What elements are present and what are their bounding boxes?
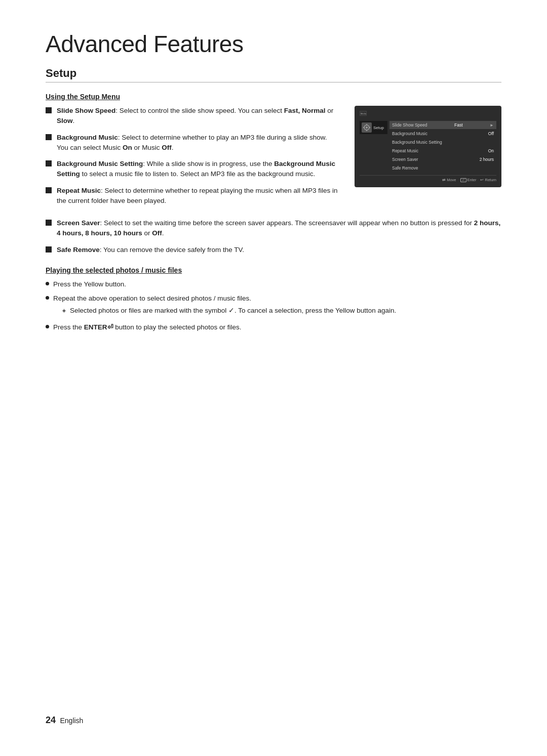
tv-row-label: Background Music Setting xyxy=(392,140,442,145)
page-footer: 24 English xyxy=(46,715,83,726)
tv-footer-enter: ⏎ Enter xyxy=(460,178,477,182)
tv-row-value: Fast xyxy=(454,122,463,128)
dot-bullet xyxy=(46,282,49,285)
page-title: Advanced Features xyxy=(46,30,501,58)
move-icon: ⇄ xyxy=(442,178,446,182)
tv-row-value: Off xyxy=(488,131,494,136)
list-item-background-music: Background Music: Select to determine wh… xyxy=(46,133,339,153)
tv-logo-icon: Media xyxy=(360,111,367,116)
square-bullet xyxy=(46,107,52,113)
square-bullet xyxy=(46,160,52,166)
svg-point-4 xyxy=(366,127,368,129)
bullet-text: Background Music Setting: While a slide … xyxy=(57,159,339,180)
tv-sidebar-item: Setup xyxy=(360,121,387,134)
page-language: English xyxy=(60,717,83,725)
bullet-text: Background Music: Select to determine wh… xyxy=(57,133,339,153)
tv-row-value: On xyxy=(488,148,494,153)
return-icon: ↩ xyxy=(480,178,484,182)
square-bullet xyxy=(46,246,52,253)
tv-row-label: Slide Show Speed xyxy=(392,122,427,128)
tv-row-safe-remove: Safe Remove xyxy=(389,164,496,172)
tv-header: Media xyxy=(360,111,496,118)
square-bullet xyxy=(46,134,52,140)
list-item-background-music-setting: Background Music Setting: While a slide … xyxy=(46,159,339,180)
tv-row-screen-saver: Screen Saver 2 hours xyxy=(389,155,496,163)
extra-bullet-list: Screen Saver: Select to set the waiting … xyxy=(46,218,501,255)
bullet-text: Repeat Music: Select to determine whethe… xyxy=(57,186,339,206)
tv-row-bg-music: Background Music Off xyxy=(389,130,496,138)
svg-rect-5 xyxy=(366,124,367,125)
text-column: Slide Show Speed: Select to control the … xyxy=(46,106,339,212)
bullet-text: Slide Show Speed: Select to control the … xyxy=(57,106,339,127)
enter-icon: ⏎ xyxy=(460,178,466,182)
list-item-safe-remove: Safe Remove: You can remove the device s… xyxy=(46,245,501,255)
dot-item-repeat-operation: Repeat the above operation to select des… xyxy=(46,293,501,318)
tv-row-bg-music-setting: Background Music Setting xyxy=(389,138,496,146)
square-bullet xyxy=(46,187,52,193)
tv-row-arrow-icon: ► xyxy=(490,123,494,128)
bullet-text: Safe Remove: You can remove the device s… xyxy=(57,245,501,255)
svg-rect-6 xyxy=(366,130,367,131)
tv-screen-mockup: Media xyxy=(355,106,501,212)
gear-icon xyxy=(363,123,371,132)
dot-item-press-enter: Press the ENTER⏎ button to play the sele… xyxy=(46,322,501,332)
subsection-heading-setup: Using the Setup Menu xyxy=(46,93,501,101)
svg-rect-7 xyxy=(363,127,365,128)
tv-content-area: Setup Slide Show Speed Fast ► Background… xyxy=(360,121,496,173)
tv-footer-move: ⇄ Move xyxy=(442,178,456,182)
tv-row-slide-show: Slide Show Speed Fast ► xyxy=(389,121,496,129)
page-container: Advanced Features Setup Using the Setup … xyxy=(0,0,547,377)
tv-row-label: Screen Saver xyxy=(392,157,418,162)
tv-footer-return: ↩ Return xyxy=(480,178,496,182)
note-line: ✦ Selected photos or files are marked wi… xyxy=(61,306,396,316)
dot-text: Press the ENTER⏎ button to play the sele… xyxy=(53,322,241,332)
tv-sidebar-label: Setup xyxy=(373,125,384,130)
bullet-text: Screen Saver: Select to set the waiting … xyxy=(57,218,501,239)
list-item-repeat-music: Repeat Music: Select to determine whethe… xyxy=(46,186,339,206)
tv-sidebar-icon xyxy=(362,122,372,133)
dot-bullet xyxy=(46,325,49,328)
note-text: Selected photos or files are marked with… xyxy=(70,306,396,316)
tv-row-value: 2 hours xyxy=(480,157,494,162)
tv-row-label: Repeat Music xyxy=(392,148,418,153)
content-area: Slide Show Speed: Select to control the … xyxy=(46,106,501,212)
dot-bullet xyxy=(46,296,49,300)
setup-bullet-list: Slide Show Speed: Select to control the … xyxy=(46,106,339,206)
playing-dot-list: Press the Yellow button. Repeat the abov… xyxy=(46,279,501,332)
tv-row-repeat-music: Repeat Music On xyxy=(389,147,496,155)
square-bullet xyxy=(46,220,52,226)
dot-text: Repeat the above operation to select des… xyxy=(53,293,396,318)
tv-main-content: Slide Show Speed Fast ► Background Music… xyxy=(389,121,496,173)
list-item-screen-saver: Screen Saver: Select to set the waiting … xyxy=(46,218,501,239)
dot-item-press-yellow: Press the Yellow button. xyxy=(46,279,501,289)
note-icon: ✦ xyxy=(61,306,67,316)
svg-text:Media: Media xyxy=(361,112,367,115)
tv-row-label: Safe Remove xyxy=(392,165,418,171)
subsection-heading-playing: Playing the selected photos / music file… xyxy=(46,266,501,274)
page-number: 24 xyxy=(46,715,56,725)
svg-rect-8 xyxy=(369,127,370,128)
tv-sidebar: Setup xyxy=(360,121,387,173)
list-item-slide-show-speed: Slide Show Speed: Select to control the … xyxy=(46,106,339,127)
tv-row-label: Background Music xyxy=(392,131,427,136)
tv-footer: ⇄ Move ⏎ Enter ↩ Return xyxy=(360,175,496,182)
section-heading: Setup xyxy=(46,67,501,82)
tv-screen: Media xyxy=(355,106,501,187)
dot-text: Press the Yellow button. xyxy=(53,279,126,289)
